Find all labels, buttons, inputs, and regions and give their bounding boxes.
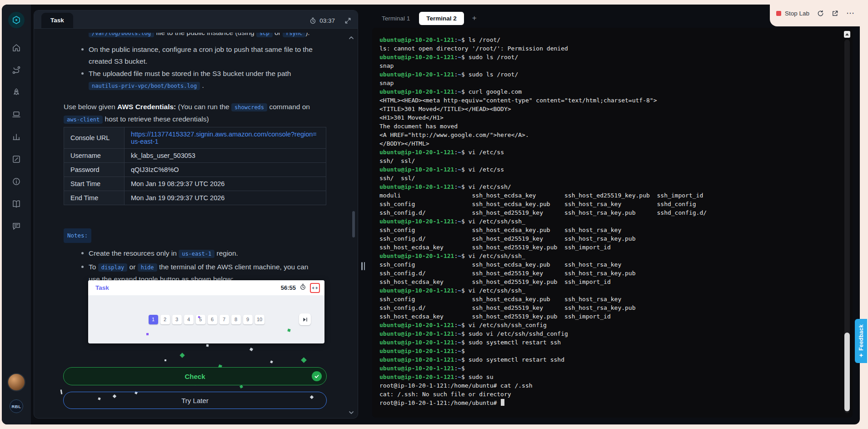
new-terminal-button[interactable]: + <box>468 12 481 25</box>
expand-toggle-highlight <box>310 283 320 293</box>
task-bullet: The uploaded file must be stored in the … <box>89 68 316 92</box>
terminal-line: ubuntu@ip-10-20-1-121:~$ sudo vi /etc/ss… <box>379 329 837 338</box>
profile-badge[interactable]: RBL <box>10 399 23 413</box>
terminal-line: ssh_config.d/ ssh_host_ed25519_key ssh_h… <box>379 234 837 243</box>
laptop-icon[interactable] <box>11 110 21 120</box>
cred-label-cell: Start Time <box>64 177 125 191</box>
chat-icon[interactable] <box>11 221 21 231</box>
book-icon[interactable] <box>11 199 21 209</box>
rocket-icon[interactable] <box>11 87 21 97</box>
screenshot-header: Task 56:55 <box>88 280 324 295</box>
info-icon[interactable] <box>11 177 21 187</box>
terminal-line: ssh_config ssh_host_ecdsa_key.pub ssh_ho… <box>379 200 837 208</box>
cred-value-cell: Mon Jan 19 09:29:37 UTC 2026 <box>125 191 326 205</box>
terminal[interactable]: ubuntu@ip-10-20-1-121:~$ ls /root/ls: ca… <box>372 28 853 418</box>
cred-value-cell: https://113774153327.signin.aws.amazon.c… <box>125 127 326 149</box>
page-button: 3 <box>172 315 182 324</box>
terminal-line: <HTML><HEAD><meta http-equiv="content-ty… <box>379 96 837 105</box>
page-button: 6 <box>208 315 217 324</box>
stopwatch-icon <box>309 17 316 24</box>
terminal-line: ssh_config ssh_host_ecdsa_key.pub ssh_ho… <box>379 226 837 234</box>
open-in-new-icon[interactable] <box>832 10 838 17</box>
sparkle-icon <box>859 353 863 358</box>
notes-section: Notes: <box>64 228 91 243</box>
home-icon[interactable] <box>11 43 21 53</box>
credentials-table-body: Console URLhttps://113774153327.signin.a… <box>64 127 326 205</box>
notes-badge: Notes: <box>64 228 91 243</box>
scroll-down-icon[interactable] <box>349 408 354 416</box>
terminal-line: cat: /.ssh: No such file or directory <box>379 390 837 399</box>
try-later-button[interactable]: Try Later <box>63 392 327 409</box>
terminal-line: snap <box>379 79 837 87</box>
terminal-line: The document has moved <box>379 122 837 131</box>
terminal-line: ssh_config.d/ ssh_host_ed25519_key ssh_h… <box>379 303 837 312</box>
cred-label-cell: Console URL <box>64 127 125 149</box>
terminal-line: ubuntu@ip-10-20-1-121:~$ vi /etc/ssh/ssh… <box>379 286 837 295</box>
terminal-line: <H1>301 Moved</H1> <box>379 113 837 122</box>
table-row: End TimeMon Jan 19 09:29:37 UTC 2026 <box>64 191 326 205</box>
terminal-line: ubuntu@ip-10-20-1-121:~$ vi /etc/ssh/ssh… <box>379 217 837 226</box>
cred-label-cell: End Time <box>64 191 125 205</box>
check-button[interactable]: Check <box>63 367 327 385</box>
task-screenshot-image: Task 56:55 12345678910 <box>88 280 324 343</box>
terminal-scrollbar-thumb[interactable] <box>844 333 850 411</box>
task-scrollbar-thumb[interactable] <box>352 211 355 237</box>
kodekloud-logo[interactable] <box>8 12 25 28</box>
terminal-line: ssh_host_ecdsa_key ssh_host_ed25519_key.… <box>379 278 837 286</box>
avatar[interactable] <box>7 373 25 391</box>
sidebar-nav <box>11 43 21 231</box>
terminal-line: ssh_host_ecdsa_key ssh_host_ed25519_key.… <box>379 312 837 321</box>
terminal-line: ubuntu@ip-10-20-1-121:~$ vi /etc/ssh/ <box>379 182 837 191</box>
check-circle-icon <box>312 371 322 381</box>
feedback-note-icon[interactable] <box>11 154 21 164</box>
more-options-icon[interactable]: ⋯ <box>846 9 854 17</box>
terminal-tabs: Terminal 1Terminal 2 + <box>376 10 481 26</box>
terminal-tab[interactable]: Terminal 1 <box>376 12 415 25</box>
stop-icon <box>776 11 781 16</box>
cred-value-cell: Mon Jan 19 08:29:37 UTC 2026 <box>125 177 326 191</box>
terminal-line: ubuntu@ip-10-20-1-121:~$ sudo systemctl … <box>379 355 837 364</box>
route-icon[interactable] <box>11 65 21 75</box>
task-panel-header: Task 03:37 <box>34 10 358 29</box>
tab-task[interactable]: Task <box>41 13 73 28</box>
scroll-up-icon[interactable] <box>349 33 354 41</box>
terminal-line: ubuntu@ip-10-20-1-121:~$ ls /root/ <box>379 35 837 44</box>
page-button: 1 <box>149 315 158 324</box>
screenshot-task-label: Task <box>95 284 109 291</box>
terminal-line: snap <box>379 61 837 70</box>
feedback-button[interactable]: Feedback <box>855 319 867 363</box>
cred-value-cell: kk_labs_user_503053 <box>125 149 326 163</box>
terminal-scroll-up-button[interactable] <box>844 31 850 38</box>
terminal-line: ubuntu@ip-10-20-1-121:~$ <box>379 347 837 355</box>
terminal-line: ssh_config ssh_host_ecdsa_key.pub ssh_ho… <box>379 260 837 269</box>
console-url-link[interactable]: https://113774153327.signin.aws.amazon.c… <box>131 131 317 145</box>
terminal-line: ubuntu@ip-10-20-1-121:~$ sudo ls /root/ <box>379 53 837 61</box>
screenshot-body: 12345678910 <box>88 295 324 343</box>
terminal-line: ubuntu@ip-10-20-1-121:~$ vi /etc/ss <box>379 148 837 156</box>
task-panel: Task 03:37 /var/log/boots.log file to th… <box>34 10 358 419</box>
pagination: 12345678910 <box>149 315 264 324</box>
credentials-intro: Use below given AWS Credentials: (You ca… <box>64 101 327 126</box>
stop-lab-button[interactable]: Stop Lab <box>776 10 809 17</box>
expand-panel-icon[interactable] <box>344 17 351 24</box>
terminal-line: ssh_config.d/ ssh_host_ed25519_key ssh_h… <box>379 208 837 217</box>
table-row: PasswordqQIJ3IzC%8%O <box>64 163 326 177</box>
clock-icon <box>299 283 306 292</box>
page-button: 4 <box>184 315 194 324</box>
terminal-line: ubuntu@ip-10-20-1-121:~$ <box>379 364 837 373</box>
terminal-line: ubuntu@ip-10-20-1-121:~$ vi /etc/ssh/ssh… <box>379 321 837 329</box>
terminal-line: ssh/ ssl/ <box>379 174 837 182</box>
terminal-tab[interactable]: Terminal 2 <box>419 12 464 25</box>
terminal-line: ubuntu@ip-10-20-1-121:~$ vi /etc/ss <box>379 165 837 174</box>
page-button: 2 <box>160 315 170 324</box>
sidebar: RBL <box>2 5 31 424</box>
bar-chart-icon[interactable] <box>11 132 21 142</box>
panel-resize-handle[interactable] <box>361 262 367 270</box>
page-button: 5 <box>196 315 205 324</box>
sidebar-bottom: RBL <box>7 373 25 424</box>
terminal-line: ssh/ ssl/ <box>379 156 837 165</box>
terminal-line: ssh_config ssh_host_ecdsa_key.pub ssh_ho… <box>379 295 837 303</box>
refresh-icon[interactable] <box>817 10 824 17</box>
table-row: Start TimeMon Jan 19 08:29:37 UTC 2026 <box>64 177 326 191</box>
table-row: Console URLhttps://113774153327.signin.a… <box>64 127 326 149</box>
